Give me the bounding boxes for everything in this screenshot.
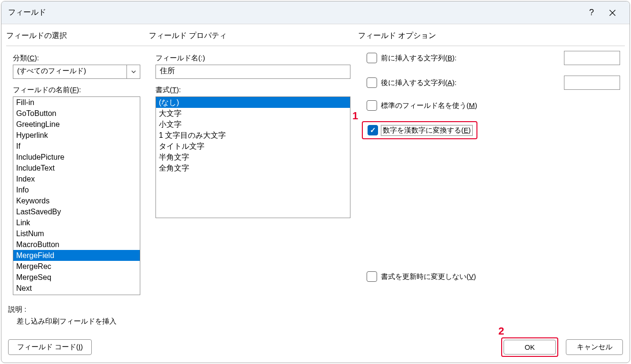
list-item[interactable]: GreetingLine bbox=[13, 119, 140, 130]
annotation-1-box: 数字を漢数字に変換する(E) bbox=[362, 121, 477, 139]
dialog-title: フィールド bbox=[8, 8, 581, 18]
category-combo[interactable]: (すべてのフィールド) bbox=[13, 65, 140, 79]
list-item[interactable]: LastSavedBy bbox=[13, 206, 140, 217]
list-item[interactable]: 大文字 bbox=[156, 108, 350, 119]
field-options-column: フィールド オプション 前に挿入する文字列(B): 後に挿入する文字列(A): bbox=[358, 30, 625, 302]
option-text-after: 後に挿入する文字列(A): bbox=[367, 76, 625, 90]
list-item[interactable]: IncludePicture bbox=[13, 152, 140, 163]
formats-listbox[interactable]: (なし)大文字小文字1 文字目のみ大文字タイトル文字半角文字全角文字 bbox=[155, 96, 350, 218]
format-label: 書式(T): bbox=[155, 86, 355, 95]
text-before-checkbox[interactable] bbox=[367, 53, 377, 63]
dialog-body: フィールドの選択 分類(C): (すべてのフィールド) フィールドの名前(F):… bbox=[1, 24, 630, 302]
list-item[interactable]: Hyperlink bbox=[13, 130, 140, 141]
list-item[interactable]: MacroButton bbox=[13, 239, 140, 250]
field-code-button[interactable]: フィールド コード(I) bbox=[8, 339, 92, 355]
list-item[interactable]: 全角文字 bbox=[156, 163, 350, 173]
ok-button[interactable]: OK bbox=[504, 340, 556, 354]
fields-listbox[interactable]: Fill-inGoToButtonGreetingLineHyperlinkIf… bbox=[13, 96, 140, 295]
list-item[interactable]: Keywords bbox=[13, 195, 140, 206]
list-item[interactable]: If bbox=[13, 141, 140, 152]
convert-kanji-label: 数字を漢数字に変換する(E) bbox=[382, 126, 472, 135]
preserve-format-checkbox[interactable] bbox=[367, 271, 377, 282]
help-button[interactable]: ? bbox=[581, 2, 602, 23]
category-dropdown-button[interactable] bbox=[126, 65, 140, 78]
option-preserve-format: 書式を更新時に変更しない(V) bbox=[367, 271, 625, 282]
list-item[interactable]: MergeField bbox=[13, 250, 140, 261]
list-item[interactable]: 小文字 bbox=[156, 119, 350, 130]
list-item[interactable]: Index bbox=[13, 173, 140, 184]
list-item[interactable]: MergeRec bbox=[13, 261, 140, 272]
list-item[interactable]: タイトル文字 bbox=[156, 141, 350, 152]
list-item[interactable]: Info bbox=[13, 184, 140, 195]
text-after-input[interactable] bbox=[564, 76, 620, 90]
close-icon bbox=[609, 10, 616, 16]
option-standard-name: 標準のフィールド名を使う(M) bbox=[367, 100, 625, 111]
section-head-options: フィールド オプション bbox=[358, 30, 625, 46]
fieldname-input[interactable]: 住所 bbox=[155, 65, 350, 79]
button-row: フィールド コード(I) 2 OK キャンセル bbox=[8, 337, 623, 357]
section-head-selection: フィールドの選択 bbox=[6, 30, 149, 46]
annotation-1: 1 bbox=[352, 110, 358, 122]
field-dialog: フィールド ? フィールドの選択 分類(C): (すべてのフィールド) フィール… bbox=[1, 1, 630, 363]
footer: 説明 : 差し込み印刷フィールドを挿入 フィールド コード(I) 2 OK キャ… bbox=[1, 302, 630, 363]
text-after-checkbox[interactable] bbox=[367, 77, 377, 88]
annotation-2-box: OK bbox=[501, 337, 558, 357]
option-text-before: 前に挿入する文字列(B): bbox=[367, 51, 625, 65]
list-item[interactable]: ListNum bbox=[13, 228, 140, 239]
list-item[interactable]: GoToButton bbox=[13, 108, 140, 119]
description-text: 差し込み印刷フィールドを挿入 bbox=[17, 317, 623, 326]
description-label: 説明 : bbox=[8, 305, 623, 314]
list-item[interactable]: 半角文字 bbox=[156, 152, 350, 163]
close-button[interactable] bbox=[602, 2, 623, 23]
fieldname-list-label: フィールドの名前(F): bbox=[13, 86, 146, 95]
annotation-2: 2 bbox=[498, 325, 504, 337]
list-item[interactable]: (なし) bbox=[156, 97, 350, 108]
section-head-properties: フィールド プロパティ bbox=[149, 30, 358, 46]
fieldname-input-label: フィールド名(:) bbox=[155, 54, 355, 63]
list-item[interactable]: 1 文字目のみ大文字 bbox=[156, 130, 350, 141]
list-item[interactable]: Next bbox=[13, 283, 140, 294]
convert-kanji-checkbox[interactable] bbox=[368, 125, 378, 135]
list-item[interactable]: IncludeText bbox=[13, 163, 140, 173]
list-item[interactable]: Link bbox=[13, 217, 140, 228]
cancel-button[interactable]: キャンセル bbox=[566, 339, 623, 355]
category-value: (すべてのフィールド) bbox=[13, 65, 126, 78]
category-label: 分類(C): bbox=[13, 54, 146, 63]
text-before-input[interactable] bbox=[564, 51, 620, 65]
field-properties-column: フィールド プロパティ フィールド名(:) 住所 書式(T): (なし)大文字小… bbox=[149, 30, 358, 302]
standard-name-checkbox[interactable] bbox=[367, 100, 377, 111]
field-selection-column: フィールドの選択 分類(C): (すべてのフィールド) フィールドの名前(F):… bbox=[6, 30, 149, 302]
chevron-down-icon bbox=[131, 70, 136, 73]
list-item[interactable]: Fill-in bbox=[13, 97, 140, 108]
list-item[interactable]: MergeSeq bbox=[13, 272, 140, 283]
titlebar: フィールド ? bbox=[1, 1, 630, 24]
